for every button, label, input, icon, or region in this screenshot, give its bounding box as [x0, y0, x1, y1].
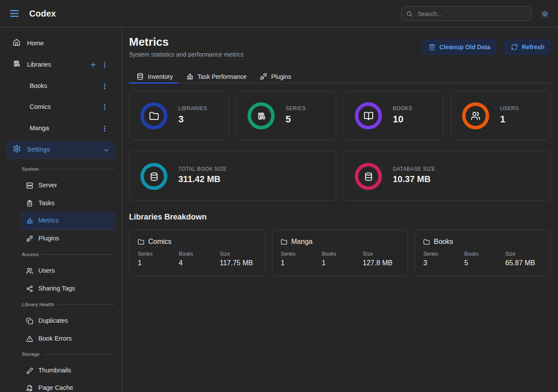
svg-text:PDF: PDF: [27, 389, 32, 392]
